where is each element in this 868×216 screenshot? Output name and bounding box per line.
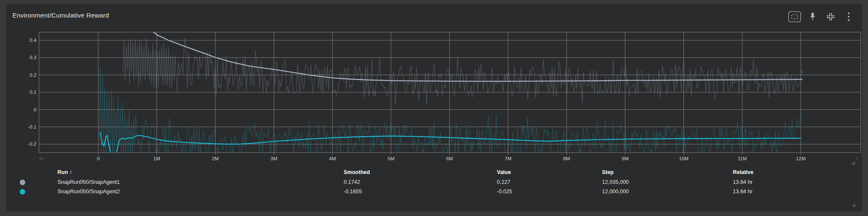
table-cell-relative: 13.64 hr [733, 188, 753, 195]
x-tick-label: 8M [563, 156, 570, 161]
y-tick-label: -0.2 [28, 141, 36, 147]
x-axis-labels: 01M2M3M4M5M6M7M8M9M10M11M12MM1 [39, 156, 859, 161]
table-cell-value: -0.025 [497, 188, 512, 195]
x-tick-label: 3M [270, 156, 277, 161]
table-header-step: Step [602, 169, 614, 176]
table-cell-value: 0.227 [497, 179, 510, 186]
table-cell-relative: 13.64 hr [733, 179, 753, 186]
y-tick-label: -0.1 [28, 124, 36, 129]
x-edge-label: M [39, 156, 44, 161]
run-color-dot[interactable] [20, 180, 25, 185]
x-edge-label: 1 [856, 156, 858, 161]
table-cell-run: SnapRun050/SnapAgent2 [57, 188, 120, 195]
card-resize-grip[interactable] [851, 202, 856, 207]
x-tick-label: 11M [738, 156, 747, 161]
raw-trace [123, 37, 803, 105]
y-tick-label: 0.2 [30, 72, 36, 78]
x-tick-label: 9M [622, 156, 629, 161]
table-cell-smoothed: 0.1742 [344, 179, 360, 186]
table-cell-run: SnapRun050/SnapAgent1 [57, 179, 120, 186]
chart-resize-grip[interactable] [851, 160, 856, 165]
x-tick-label: 4M [329, 156, 336, 161]
raw-trace [99, 68, 801, 165]
x-tick-label: 2M [212, 156, 219, 161]
table-cell-step: 12,035,000 [602, 179, 629, 186]
run-color-dot[interactable] [20, 189, 25, 195]
x-tick-label: 6M [446, 156, 453, 161]
y-tick-label: 0.4 [30, 38, 37, 43]
x-tick-label: 0 [97, 156, 100, 161]
y-tick-label: 0 [34, 107, 36, 112]
x-tick-label: 12M [796, 156, 805, 161]
table-cell-step: 12,000,000 [602, 188, 629, 195]
table-cell-smoothed: -0.1655 [344, 188, 362, 195]
table-header-smoothed: Smoothed [344, 169, 370, 176]
table-header-relative: Relative [733, 169, 753, 176]
table-header-value: Value [497, 169, 511, 176]
x-tick-label: 7M [505, 156, 511, 161]
y-tick-label: 0.1 [30, 90, 36, 95]
scalar-chart-card: Environment/Cumulative Reward [5, 3, 862, 212]
table-header-run[interactable]: Run ↑ [57, 169, 72, 176]
x-tick-label: 5M [387, 156, 394, 161]
x-tick-label: 1M [153, 156, 160, 161]
x-tick-label: 10M [679, 156, 688, 161]
y-axis-labels: 0.40.30.20.10-0.1-0.2 [28, 38, 36, 147]
y-tick-label: 0.3 [30, 55, 36, 60]
plot-area[interactable] [99, 30, 803, 165]
